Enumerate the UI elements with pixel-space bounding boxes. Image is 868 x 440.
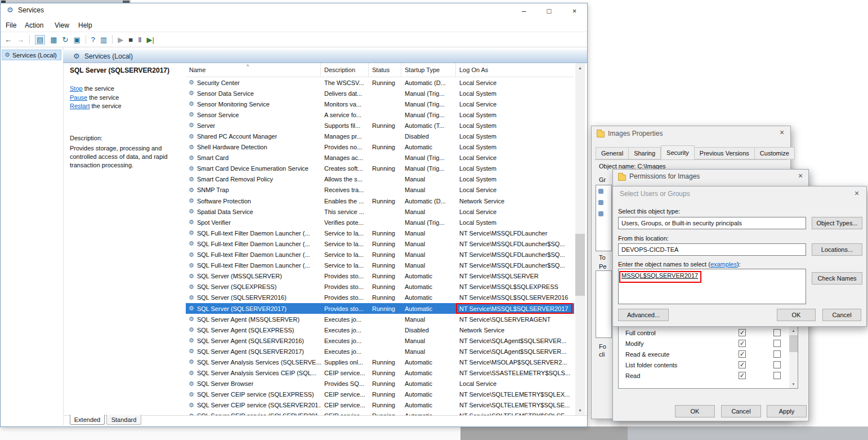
service-row[interactable]: ⚙Smart Card Removal Policy Allows the s.…: [186, 174, 574, 185]
menu-help[interactable]: Help: [78, 21, 92, 29]
service-row[interactable]: ⚙SQL Server Browser Provides SQ... Runni…: [186, 379, 574, 389]
forward-icon[interactable]: →: [17, 36, 24, 43]
tab-customize[interactable]: Customize: [755, 147, 795, 159]
permissions-dialog-close-icon[interactable]: ×: [798, 172, 803, 180]
stop-service-icon[interactable]: ■: [128, 36, 133, 43]
images-properties-close-icon[interactable]: ×: [780, 128, 784, 136]
allow-checkbox[interactable]: ✓: [739, 372, 746, 379]
service-row[interactable]: ⚙Smart Card Device Enumeration Service C…: [186, 163, 574, 174]
tab-standard[interactable]: Standard: [106, 415, 141, 425]
tab-security[interactable]: Security: [661, 145, 695, 159]
allow-checkbox[interactable]: ✓: [739, 329, 746, 336]
back-icon[interactable]: ←: [5, 36, 12, 43]
menu-file[interactable]: File: [6, 21, 16, 29]
select-users-close-icon[interactable]: ×: [854, 189, 859, 197]
service-row[interactable]: ⚙SQL Full-text Filter Daemon Launcher (.…: [186, 228, 574, 238]
column-header-description[interactable]: Description: [321, 63, 369, 77]
tab-sharing[interactable]: Sharing: [629, 147, 661, 159]
advanced-button[interactable]: Advanced...: [618, 309, 669, 321]
deny-checkbox[interactable]: [773, 350, 781, 358]
service-row[interactable]: ⚙Software Protection Enables the ... Run…: [186, 195, 574, 206]
deny-checkbox[interactable]: [773, 361, 781, 368]
examples-link[interactable]: examples: [710, 261, 737, 268]
service-row[interactable]: ⚙SQL Server CEIP service (SQLSERVER201..…: [186, 400, 574, 411]
service-row[interactable]: ⚙Server Supports fil... Running Automati…: [186, 120, 574, 131]
tab-previous-versions[interactable]: Previous Versions: [695, 147, 755, 159]
service-row[interactable]: ⚙Sensor Monitoring Service Monitors va..…: [186, 99, 574, 109]
service-row[interactable]: ⚙SQL Server (SQLSERVER2017) Provides sto…: [186, 303, 574, 314]
service-row[interactable]: ⚙Spot Verifier Verifies pote... Manual (…: [186, 217, 574, 228]
start-service-icon[interactable]: ▶: [118, 36, 123, 43]
service-row[interactable]: ⚙Sensor Data Service Delivers dat... Man…: [186, 88, 574, 99]
service-row[interactable]: ⚙SQL Server (MSSQLSERVER) Provides sto..…: [186, 271, 574, 282]
service-row[interactable]: ⚙SQL Full-text Filter Daemon Launcher (.…: [186, 250, 574, 260]
service-row[interactable]: ⚙Security Center The WSCSV... Running Au…: [186, 77, 574, 88]
scroll-down-icon[interactable]: ▼: [575, 406, 585, 415]
console-tree-icon[interactable]: ▤: [35, 35, 45, 45]
service-row[interactable]: ⚙SQL Server CEIP service (SQLSERVER201 C…: [186, 411, 574, 415]
service-row[interactable]: ⚙SQL Full-text Filter Daemon Launcher (.…: [186, 260, 574, 271]
service-row[interactable]: ⚙SQL Server Agent (SQLEXPRESS) Executes …: [186, 325, 574, 335]
service-row[interactable]: ⚙SQL Server Agent (SQLSERVER2017) Execut…: [186, 346, 574, 357]
services-scrollbar-thumb[interactable]: [575, 234, 585, 296]
permissions-ok-button[interactable]: OK: [675, 405, 715, 417]
scroll-up-icon[interactable]: ▲: [789, 326, 798, 335]
minimize-button[interactable]: –: [511, 3, 536, 19]
service-row[interactable]: ⚙SQL Full-text Filter Daemon Launcher (.…: [186, 238, 574, 249]
properties-icon[interactable]: ▦: [50, 36, 57, 43]
sidebar-item-services-local[interactable]: ⚙ Services (Local): [2, 50, 61, 60]
service-row[interactable]: ⚙SQL Server (SQLSERVER2016) Provides sto…: [186, 292, 574, 303]
export-list-icon[interactable]: ▣: [74, 36, 80, 43]
service-row[interactable]: ⚙Spatial Data Service This service ... M…: [186, 206, 574, 217]
refresh-icon[interactable]: ↻: [62, 36, 69, 43]
deny-checkbox[interactable]: [773, 329, 781, 336]
permissions-cancel-button[interactable]: Cancel: [721, 405, 761, 417]
deny-checkbox[interactable]: [773, 372, 781, 379]
help-icon[interactable]: ?: [91, 36, 95, 43]
check-names-button[interactable]: Check Names: [812, 272, 862, 285]
object-types-button[interactable]: Object Types...: [812, 217, 862, 229]
pause-service-icon[interactable]: Ⅱ: [138, 36, 141, 43]
service-row[interactable]: ⚙SQL Server CEIP service (SQLEXPRESS) CE…: [186, 389, 574, 400]
locations-button[interactable]: Locations...: [812, 243, 862, 256]
menu-view[interactable]: View: [55, 21, 69, 29]
menu-action[interactable]: Action: [25, 21, 43, 29]
stop-service-link[interactable]: Stop: [70, 85, 83, 92]
pause-service-link[interactable]: Pause: [70, 94, 87, 101]
column-header-status[interactable]: Status: [369, 63, 401, 77]
allow-checkbox[interactable]: ✓: [739, 350, 746, 358]
permissions-scrollbar-thumb[interactable]: [789, 335, 798, 352]
restart-service-icon[interactable]: ▶|: [147, 36, 154, 43]
column-header-name[interactable]: Name^: [186, 63, 321, 77]
service-row[interactable]: ⚙SQL Server Agent (MSSQLSERVER) Executes…: [186, 314, 574, 325]
scroll-up-icon[interactable]: ▲: [575, 63, 585, 73]
restart-service-link[interactable]: Restart: [70, 103, 90, 109]
allow-checkbox[interactable]: ✓: [739, 340, 746, 347]
service-row[interactable]: ⚙SQL Server Analysis Services CEIP (SQL.…: [186, 368, 574, 379]
service-row[interactable]: ⚙Shared PC Account Manager Manages pr...…: [186, 131, 574, 141]
service-row[interactable]: ⚙SNMP Trap Receives tra... Manual Local …: [186, 185, 574, 195]
object-type-field[interactable]: Users, Groups, or Built-in security prin…: [618, 217, 806, 229]
select-users-ok-button[interactable]: OK: [777, 309, 816, 321]
column-header-log-on-as[interactable]: Log On As: [456, 63, 574, 77]
service-row[interactable]: ⚙SQL Server (SQLEXPRESS) Provides sto...…: [186, 282, 574, 292]
scroll-down-icon[interactable]: ▼: [789, 380, 798, 388]
allow-checkbox[interactable]: ✓: [739, 361, 746, 368]
service-row[interactable]: ⚙SQL Server Analysis Services (SQLSERVE.…: [186, 357, 574, 367]
service-row[interactable]: ⚙Sensor Service A service fo... Manual (…: [186, 109, 574, 120]
service-row[interactable]: ⚙SQL Server Agent (SQLSERVER2016) Execut…: [186, 335, 574, 346]
pause-service-link-line[interactable]: Pause the service: [70, 94, 119, 101]
service-row[interactable]: ⚙Shell Hardware Detection Provides no...…: [186, 142, 574, 153]
restart-service-link-line[interactable]: Restart the service: [70, 103, 122, 110]
close-button[interactable]: ×: [562, 3, 587, 19]
stop-service-link-line[interactable]: Stop the service: [70, 85, 114, 92]
select-users-cancel-button[interactable]: Cancel: [822, 309, 861, 321]
service-row[interactable]: ⚙Smart Card Manages ac... Manual (Trig..…: [186, 153, 574, 163]
permissions-apply-button[interactable]: Apply: [767, 405, 807, 417]
tab-extended[interactable]: Extended: [70, 415, 105, 425]
location-field[interactable]: DEVOPS-CICD-TEA: [618, 243, 806, 256]
window-icon[interactable]: ▥: [100, 36, 107, 43]
column-header-startup-type[interactable]: Startup Type: [401, 63, 456, 77]
tab-general[interactable]: General: [596, 147, 629, 159]
deny-checkbox[interactable]: [773, 340, 781, 347]
